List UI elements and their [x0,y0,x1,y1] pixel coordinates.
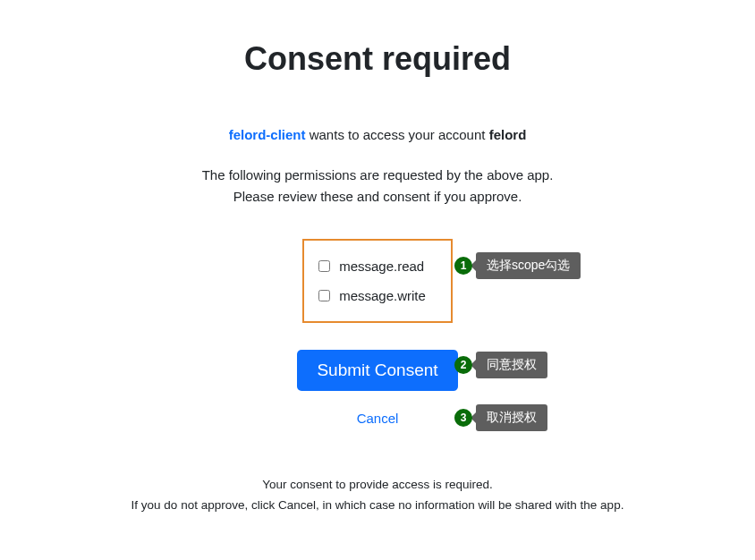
scope-checkbox-read[interactable] [318,260,330,272]
scope-checkbox-write[interactable] [318,290,330,301]
consent-container: Consent required felord-client wants to … [0,0,755,516]
footer-line2: If you do not approve, click Cancel, in … [131,498,624,512]
annotation-badge: 1 [454,257,472,275]
annotation-badge: 2 [454,356,472,374]
description-line1: The following permissions are requested … [202,167,554,182]
annotation-label: 选择scope勾选 [476,252,581,279]
cancel-link[interactable]: Cancel [357,411,399,426]
footer-line1: Your consent to provide access is requir… [262,478,493,491]
annotation-2: 2 同意授权 [454,352,547,378]
scope-item[interactable]: message.read [318,251,426,281]
annotation-1: 1 选择scope勾选 [454,252,581,279]
intro-text: felord-client wants to access your accou… [0,127,755,142]
scope-box: message.read message.write [302,239,453,323]
description: The following permissions are requested … [0,165,755,208]
intro-middle: wants to access your account [306,127,489,142]
scope-label: message.read [339,259,424,274]
page-title: Consent required [0,40,755,78]
submit-consent-button[interactable]: Submit Consent [297,350,457,391]
footer-text: Your consent to provide access is requir… [0,475,755,516]
annotation-label: 取消授权 [476,404,547,431]
account-name: felord [489,127,527,142]
annotation-badge: 3 [454,409,472,427]
description-line2: Please review these and consent if you a… [233,189,522,204]
scope-label: message.write [339,288,426,303]
annotation-3: 3 取消授权 [454,404,547,431]
client-name-link[interactable]: felord-client [229,127,306,142]
annotation-label: 同意授权 [476,352,547,378]
scope-item[interactable]: message.write [318,281,426,310]
